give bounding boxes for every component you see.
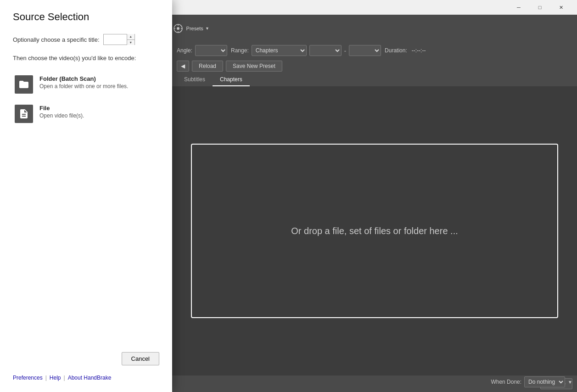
drop-zone[interactable]: Or drop a file, set of files or folder h… <box>191 144 558 318</box>
file-desc: Open video file(s). <box>39 112 84 119</box>
drop-zone-container: Or drop a file, set of files or folder h… <box>172 86 577 375</box>
tab-chapters[interactable]: Chapters <box>213 73 250 86</box>
spinner-down[interactable]: ▼ <box>127 40 134 45</box>
when-done-label: When Done: <box>491 379 521 385</box>
range-end-select[interactable] <box>349 45 381 56</box>
angle-group: Angle: <box>177 45 227 56</box>
save-preset-button[interactable]: Save New Preset <box>226 61 282 72</box>
title-select-row: Optionally choose a specific title: ▲ ▼ <box>13 34 159 45</box>
back-button[interactable]: ◀ <box>177 61 189 72</box>
encode-label: Then choose the video(s) you'd like to e… <box>13 54 159 62</box>
source-panel-title: Source Selection <box>13 11 159 23</box>
title-input[interactable] <box>104 34 127 45</box>
angle-select[interactable] <box>195 45 227 56</box>
when-done-section: When Done: Do nothing ▼ <box>491 376 572 387</box>
sep1: | <box>45 375 47 381</box>
file-option[interactable]: File Open video file(s). <box>13 101 159 127</box>
footer-links: Preferences | Help | About HandBrake <box>13 373 159 381</box>
range-dash: - <box>344 47 346 54</box>
title-spinner: ▲ ▼ <box>103 34 135 45</box>
app-window: HandBrake ─ □ ✕ <box>0 0 577 392</box>
folder-option[interactable]: Folder (Batch Scan) Open a folder with o… <box>13 72 159 97</box>
range-select[interactable]: Chapters <box>252 45 307 56</box>
when-done-arrow: ▼ <box>568 380 572 385</box>
drop-text: Or drop a file, set of files or folder h… <box>291 226 458 236</box>
source-panel: Source Selection Optionally choose a spe… <box>0 0 172 392</box>
file-title: File <box>39 105 84 112</box>
folder-title: Folder (Batch Scan) <box>39 75 128 82</box>
file-text: File Open video file(s). <box>39 105 84 119</box>
help-link[interactable]: Help <box>50 375 61 381</box>
duration-group: Duration: --:--:-- <box>385 47 426 54</box>
folder-text: Folder (Batch Scan) Open a folder with o… <box>39 75 128 90</box>
angle-label: Angle: <box>177 47 192 54</box>
range-start-select[interactable] <box>309 45 342 56</box>
spinner-buttons: ▲ ▼ <box>127 34 134 45</box>
range-label: Range: <box>231 47 249 54</box>
spacer <box>13 130 159 352</box>
when-done-select[interactable]: Do nothing <box>524 376 565 387</box>
buttons-row: ◀ Reload Save New Preset <box>172 59 577 73</box>
folder-icon <box>15 75 33 94</box>
spinner-up[interactable]: ▲ <box>127 34 134 40</box>
cancel-button[interactable]: Cancel <box>122 352 159 365</box>
preferences-link[interactable]: Preferences <box>13 375 43 381</box>
folder-desc: Open a folder with one or more files. <box>39 83 128 90</box>
file-icon <box>15 105 33 123</box>
about-link[interactable]: About HandBrake <box>68 375 112 381</box>
tab-subtitles[interactable]: Subtitles <box>177 73 213 86</box>
sep2: | <box>64 375 65 381</box>
reload-button[interactable]: Reload <box>192 61 223 72</box>
range-group: Range: Chapters - <box>231 45 381 56</box>
app-content: Angle: Range: Chapters - Duration: --:--… <box>172 0 577 392</box>
duration-label: Duration: <box>385 47 407 54</box>
title-select-label: Optionally choose a specific title: <box>13 36 100 43</box>
duration-value: --:--:-- <box>412 47 426 54</box>
controls-bar: Angle: Range: Chapters - Duration: --:--… <box>172 42 577 59</box>
tabs-row: Subtitles Chapters <box>172 73 577 86</box>
